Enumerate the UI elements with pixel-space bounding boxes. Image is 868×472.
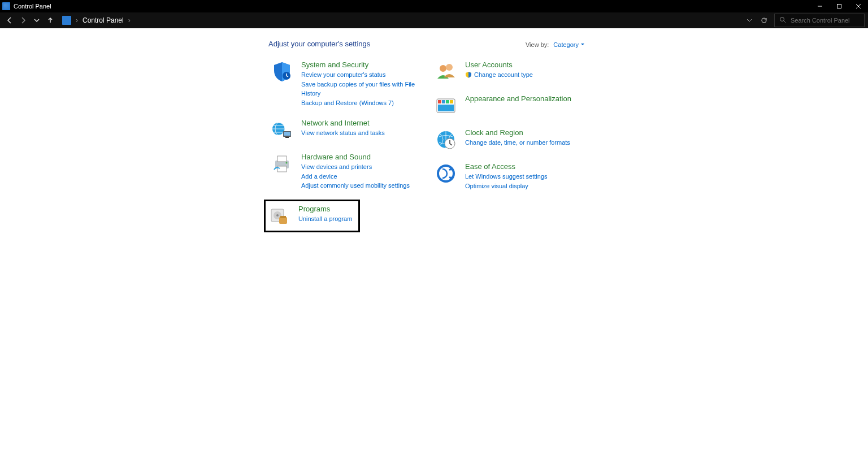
category-appearance: Appearance and Personalization [432, 92, 585, 119]
svg-point-21 [446, 64, 453, 71]
page-heading: Adjust your computer's settings [268, 40, 370, 48]
svg-rect-26 [450, 100, 453, 103]
category-clock: Clock and Region Change date, time, or n… [432, 126, 585, 153]
svg-rect-25 [446, 100, 449, 103]
view-by-value: Category [553, 41, 579, 48]
sublink-file-history[interactable]: Save backup copies of your files with Fi… [301, 80, 419, 98]
svg-line-5 [784, 21, 785, 23]
programs-icon [268, 205, 290, 227]
svg-point-17 [276, 214, 279, 216]
address-dropdown-button[interactable] [744, 15, 755, 26]
search-icon [779, 15, 786, 25]
category-title[interactable]: Appearance and Personalization [465, 94, 571, 103]
navigation-bar: › Control Panel › [0, 12, 868, 28]
category-system-security: System and Security Review your computer… [268, 58, 421, 110]
control-panel-icon [62, 16, 71, 25]
window-titlebar: Control Panel [0, 0, 868, 12]
sublink-change-account[interactable]: Change account type [465, 70, 533, 80]
category-title[interactable]: System and Security [301, 60, 419, 69]
breadcrumb-separator: › [128, 16, 131, 24]
app-icon [2, 2, 10, 10]
sublink-review-status[interactable]: Review your computer's status [301, 70, 419, 80]
sublink-add-device[interactable]: Add a device [301, 172, 410, 181]
maximize-button[interactable] [830, 0, 849, 12]
category-user-accounts: User Accounts Change account type [432, 58, 585, 85]
sublink-devices-printers[interactable]: View devices and printers [301, 162, 410, 172]
search-box[interactable] [774, 14, 865, 27]
category-title[interactable]: Programs [298, 205, 352, 213]
close-button[interactable] [849, 0, 868, 12]
breadcrumb[interactable]: Control Panel [83, 16, 124, 24]
svg-point-14 [286, 162, 288, 164]
breadcrumb-separator: › [76, 16, 78, 24]
minimize-button[interactable] [810, 0, 830, 12]
svg-rect-13 [277, 166, 287, 172]
svg-rect-12 [277, 156, 287, 162]
sublink-suggest-settings[interactable]: Let Windows suggest settings [465, 172, 548, 181]
category-title[interactable]: Network and Internet [301, 119, 385, 127]
svg-rect-24 [442, 100, 445, 103]
uac-shield-icon [465, 71, 472, 78]
category-title[interactable]: Clock and Region [465, 128, 570, 137]
category-title[interactable]: Ease of Access [465, 162, 548, 171]
up-button[interactable] [44, 14, 57, 27]
forward-button[interactable] [17, 14, 29, 27]
category-network: Network and Internet View network status… [268, 116, 421, 144]
category-ease: Ease of Access Let Windows suggest setti… [432, 160, 585, 193]
svg-point-4 [780, 18, 784, 21]
sublink-uninstall[interactable]: Uninstall a program [298, 214, 352, 224]
content-area: Adjust your computer's settings View by:… [0, 28, 868, 472]
category-title[interactable]: User Accounts [465, 60, 533, 69]
printer-icon [271, 153, 293, 175]
svg-rect-27 [438, 105, 454, 111]
search-input[interactable] [791, 17, 868, 24]
view-by-label: View by: [526, 41, 549, 48]
clock-icon [435, 128, 457, 151]
svg-rect-19 [280, 216, 286, 218]
category-programs: Programs Uninstall a program [264, 200, 360, 232]
shield-icon [271, 60, 293, 83]
sublink-network-status[interactable]: View network status and tasks [301, 128, 385, 138]
sublink-mobility[interactable]: Adjust commonly used mobility settings [301, 181, 410, 190]
sublink-date-time[interactable]: Change date, time, or number formats [465, 138, 570, 148]
svg-point-20 [440, 65, 446, 72]
address-bar[interactable]: › Control Panel › [62, 15, 773, 26]
users-icon [435, 60, 457, 83]
svg-rect-1 [837, 5, 841, 8]
window-title: Control Panel [14, 3, 810, 10]
network-icon [271, 119, 293, 141]
view-by-selector: View by: Category [526, 41, 585, 48]
sublink-visual-display[interactable]: Optimize visual display [465, 181, 548, 191]
category-hardware: Hardware and Sound View devices and prin… [268, 150, 421, 193]
recent-locations-button[interactable] [31, 14, 43, 27]
svg-rect-23 [438, 100, 441, 103]
svg-rect-10 [285, 137, 289, 138]
sublink-backup-restore[interactable]: Backup and Restore (Windows 7) [301, 98, 419, 108]
refresh-button[interactable] [758, 15, 770, 26]
category-title[interactable]: Hardware and Sound [301, 153, 410, 161]
ease-of-access-icon [435, 162, 457, 185]
appearance-icon [435, 94, 457, 117]
back-button[interactable] [3, 14, 16, 27]
view-by-dropdown[interactable]: Category [553, 41, 585, 48]
svg-rect-9 [284, 132, 290, 136]
